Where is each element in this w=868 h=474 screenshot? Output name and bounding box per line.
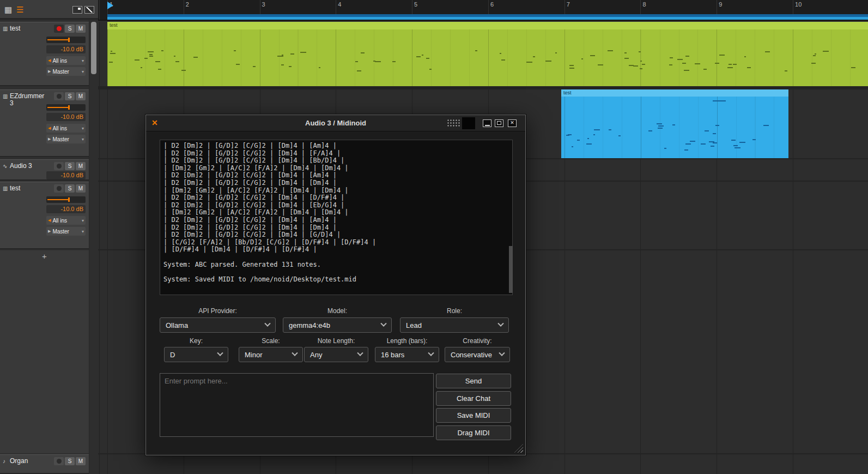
- role-label: Role:: [400, 307, 509, 315]
- volume-fader[interactable]: [46, 196, 86, 203]
- output-arrow-icon: ▶: [48, 229, 51, 233]
- output-routing-select[interactable]: ▶ Master ▾: [46, 135, 86, 143]
- maximize-button[interactable]: [495, 119, 503, 127]
- track-name[interactable]: test: [10, 25, 45, 32]
- input-routing-select[interactable]: ◀ All ins ▾: [46, 216, 86, 225]
- loop-region-strip[interactable]: [107, 14, 868, 20]
- drag-handle-icon[interactable]: [447, 119, 460, 128]
- volume-fader[interactable]: [46, 104, 86, 111]
- solo-button[interactable]: S: [65, 457, 75, 465]
- track-panel-scrollbar[interactable]: [89, 20, 98, 474]
- api-provider-select[interactable]: Ollama: [160, 317, 276, 333]
- track-row[interactable]: ▥ EZdrummer 3 S M -10.0 dB ◀ All ins ▾ ▶…: [0, 89, 89, 157]
- mute-button[interactable]: M: [76, 457, 86, 465]
- midi-note: [685, 56, 689, 57]
- send-button[interactable]: Send: [436, 374, 511, 388]
- solo-button[interactable]: S: [65, 25, 75, 33]
- chat-scrollbar-thumb[interactable]: [509, 246, 513, 293]
- track-name[interactable]: Organ: [10, 458, 45, 465]
- midi-note: [155, 61, 160, 62]
- midi-note: [181, 70, 186, 71]
- midi-note: [111, 51, 112, 52]
- record-arm-button[interactable]: [54, 184, 64, 193]
- track-name[interactable]: EZdrummer 3: [10, 93, 45, 107]
- mute-button[interactable]: M: [76, 184, 86, 193]
- scale-value: Minor: [245, 351, 263, 359]
- input-routing-select[interactable]: ◀ All ins ▾: [46, 124, 86, 133]
- record-arm-button[interactable]: [54, 162, 64, 170]
- clear-chat-button[interactable]: Clear Chat: [436, 391, 511, 406]
- volume-db-display[interactable]: -10.0 dB: [46, 45, 86, 53]
- record-arm-button[interactable]: [54, 92, 64, 100]
- chat-log[interactable]: | D2 [Dm]2 | [G/D]2 [C/G]2 | [Dm]4 | [Am…: [160, 140, 513, 295]
- mute-button[interactable]: M: [76, 92, 86, 100]
- layout-left-icon[interactable]: [72, 6, 82, 14]
- track-row[interactable]: ♪ Organ S M: [0, 454, 89, 474]
- output-routing-select[interactable]: ▶ Master ▾: [46, 227, 86, 236]
- scrollbar-thumb[interactable]: [91, 22, 96, 74]
- dialog-titlebar[interactable]: ✕ Audio 3 / Midinoid ✕: [146, 115, 525, 131]
- output-routing-value: Master: [52, 136, 69, 142]
- add-track-button[interactable]: +: [0, 251, 89, 261]
- resize-grip[interactable]: [514, 444, 523, 453]
- track-name[interactable]: Audio 3: [10, 163, 45, 170]
- solo-button[interactable]: S: [65, 162, 75, 170]
- midinoid-plugin-window: ✕ Audio 3 / Midinoid ✕ | D2 [Dm]2 | [G/D…: [145, 115, 526, 455]
- creativity-select[interactable]: Conservative: [445, 347, 510, 362]
- clip-label[interactable]: test: [107, 22, 868, 29]
- midi-note: [236, 64, 240, 65]
- input-routing-select[interactable]: ◀ All ins ▾: [46, 56, 86, 65]
- role-select[interactable]: Lead: [400, 317, 509, 333]
- menu-icon[interactable]: ☰: [16, 5, 23, 15]
- mute-button[interactable]: M: [76, 162, 86, 170]
- midi-note: [695, 63, 700, 64]
- volume-fader[interactable]: [46, 37, 86, 43]
- chevron-down-icon: [217, 350, 223, 356]
- mute-button[interactable]: M: [76, 25, 86, 33]
- model-select[interactable]: gemma4:e4b: [283, 317, 392, 333]
- volume-db-display[interactable]: -10.0 dB: [46, 113, 86, 121]
- key-value: D: [170, 351, 175, 359]
- solo-button[interactable]: S: [65, 184, 75, 193]
- volume-db-display[interactable]: -10.0 dB: [46, 171, 86, 179]
- output-routing-select[interactable]: ▶ Master ▾: [46, 67, 86, 76]
- midi-clip-green[interactable]: test: [107, 22, 868, 86]
- track-name[interactable]: test: [10, 185, 45, 192]
- length-bars-select[interactable]: 16 bars: [375, 347, 439, 362]
- minimize-button[interactable]: [483, 119, 491, 127]
- midi-note: [568, 134, 572, 135]
- note-length-select[interactable]: Any: [304, 347, 368, 362]
- playhead-marker-icon[interactable]: [107, 2, 113, 9]
- midi-note: [392, 61, 396, 62]
- midi-note: [144, 58, 148, 59]
- volume-db-display[interactable]: -10.0 dB: [46, 205, 86, 213]
- midi-note: [174, 56, 175, 57]
- track-row[interactable]: ▥ test S M -10.0 dB ◀ All ins ▾ ▶ Master…: [0, 182, 89, 249]
- track-row[interactable]: ▥ test S M -10.0 dB ◀ All ins ▾ ▶ Master…: [0, 22, 89, 86]
- timeline-ruler[interactable]: 12345678910: [98, 0, 868, 21]
- titlebar-slot: [462, 117, 475, 129]
- output-routing-value: Master: [52, 69, 69, 75]
- chevron-down-icon: ▾: [82, 137, 84, 142]
- drag-midi-button[interactable]: Drag MIDI: [436, 425, 511, 440]
- record-arm-button[interactable]: [54, 25, 64, 33]
- midi-note: [577, 140, 580, 141]
- solo-button[interactable]: S: [65, 92, 75, 100]
- save-midi-button[interactable]: Save MIDI: [436, 408, 511, 423]
- prompt-input[interactable]: [160, 373, 434, 437]
- midi-note: [282, 55, 283, 56]
- track-row[interactable]: ∿ Audio 3 S M -10.0 dB: [0, 159, 89, 181]
- clip-label[interactable]: test: [561, 89, 788, 97]
- midi-note: [109, 62, 113, 63]
- midi-note: [640, 68, 642, 69]
- midi-note: [624, 58, 629, 59]
- midi-note: [657, 123, 662, 124]
- midi-clip-blue[interactable]: test: [561, 89, 788, 158]
- grid-view-icon[interactable]: ▦: [4, 5, 12, 15]
- close-icon[interactable]: ✕: [508, 119, 517, 127]
- scale-select[interactable]: Minor: [239, 347, 303, 362]
- record-arm-button[interactable]: [54, 457, 64, 465]
- layout-right-icon[interactable]: [84, 6, 94, 14]
- key-select[interactable]: D: [164, 347, 228, 362]
- midi-note: [373, 61, 375, 62]
